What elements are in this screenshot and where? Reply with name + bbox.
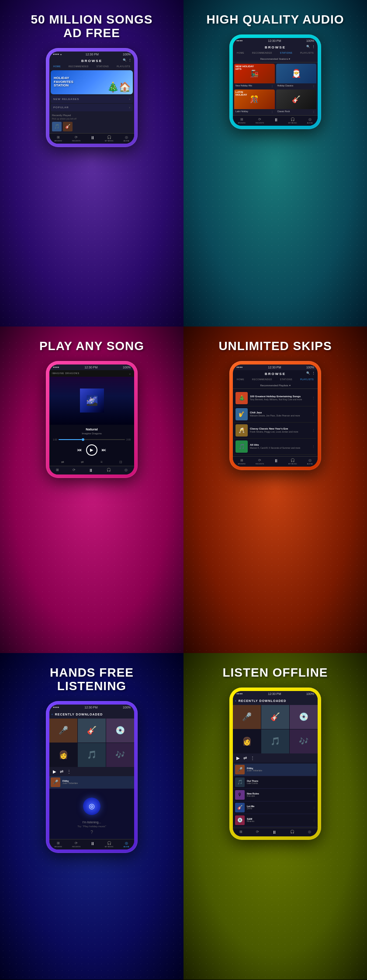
bottom-play-3[interactable]: ⏸ [89, 468, 93, 473]
bottom-alexa-2[interactable]: ◎ ALEXA [307, 117, 313, 124]
back-button-5[interactable]: ‹ [52, 712, 53, 716]
nav-stations-2[interactable]: STATIONS [280, 52, 292, 54]
bottom-browse-4[interactable]: ⊞ BROWSE [238, 458, 246, 465]
bottom-recents-2[interactable]: ⟳ RECENTS [256, 117, 264, 124]
bottom-browse-6[interactable]: ⊞ [239, 830, 242, 835]
track-more-sm-6[interactable]: ⋮ [313, 818, 315, 822]
mini-shuffle-5[interactable]: ⇌ [60, 769, 63, 774]
station-card-new-holiday[interactable]: 🚂 NEW HOLIDAYHITS New Holiday Hits ⋮ [234, 64, 275, 88]
header-icons-2[interactable]: 🔍 ⋮ [306, 45, 315, 48]
bottom-browse-3[interactable]: ⊞ [56, 468, 59, 473]
bottom-play-6[interactable]: ⏸ [272, 830, 277, 835]
station-card-classic-rock[interactable]: 🎸 Classic Rock ⋮ [276, 89, 317, 114]
track-more-out-there-6[interactable]: ⋮ [313, 781, 315, 784]
bottom-browse[interactable]: ⊞ BROWSE [54, 135, 62, 142]
prev-button[interactable]: ⏮ [77, 447, 82, 452]
bottom-play-2[interactable]: ⏸ [274, 117, 278, 124]
mini-more-6[interactable]: ⋮ [250, 756, 255, 760]
header-icons-1[interactable]: 🔍 ⋮ [123, 58, 132, 62]
search-icon-2[interactable]: 🔍 [306, 45, 310, 48]
next-button[interactable]: ⏭ [102, 447, 106, 452]
more-icon-4[interactable]: ⋮ [312, 371, 315, 375]
bottom-play-4[interactable]: ⏸ [274, 458, 278, 465]
play-button[interactable]: ▶ [86, 444, 97, 456]
track-more-filthy-6[interactable]: ⋮ [313, 768, 315, 771]
bottom-alexa-6[interactable]: ◎ [308, 830, 311, 835]
popular-row[interactable]: POPULAR › [51, 104, 133, 111]
bottom-mymusic[interactable]: 🎧 MY MUSIC [105, 135, 114, 142]
search-icon[interactable]: 🔍 [123, 58, 127, 62]
shuffle-icon[interactable]: ⇄ [61, 460, 64, 464]
bottom-recents-3[interactable]: ⟳ [73, 468, 76, 473]
mini-play-5[interactable]: ▶ [53, 769, 56, 774]
playlist-more-2[interactable]: ⋮ [312, 413, 315, 416]
holiday-banner[interactable]: HOLIDAYFAVORITESSTATION 🎄🏠 [51, 70, 133, 94]
nav-playlists[interactable]: PLAYLISTS [117, 65, 130, 68]
track-more-filthy-5[interactable]: ⋮ [130, 781, 133, 784]
bottom-recents-4[interactable]: ⟳ RECENTS [256, 458, 264, 465]
track-sm-6[interactable]: 💿 S&M Rihanna ⋮ [234, 814, 317, 827]
playlist-item-2[interactable]: 🎷 Chili Jazz Watsam Dearie, Joe Pass, Du… [234, 406, 316, 423]
nav-playlists-2[interactable]: PLAYLISTS [300, 52, 314, 54]
bottom-mymusic-3[interactable]: 🎧 [107, 468, 111, 473]
cast-icon[interactable]: ⊡ [119, 460, 122, 464]
nav-stations-4[interactable]: STATIONS [280, 378, 292, 381]
nav-rec-2[interactable]: RECOMMENDED [252, 52, 272, 54]
bottom-browse-5[interactable]: ⊞ BROWSE [54, 841, 62, 848]
back-button-6[interactable]: ‹ [235, 699, 236, 703]
playlist-more-4[interactable]: ⋮ [312, 445, 315, 448]
track-filthy-6[interactable]: 🎤 Filthy Justin Timberlake ⋮ [234, 763, 317, 776]
track-let-me-6[interactable]: 🎸 Let Me ZAYN ⋮ [234, 801, 317, 814]
bottom-alexa[interactable]: ◎ ALEXA [124, 135, 129, 142]
queue-icon[interactable]: ≡ [100, 460, 103, 464]
bottom-browse-2[interactable]: ⊞ BROWSE [238, 117, 246, 124]
nav-home[interactable]: HOME [53, 65, 61, 68]
nav-rec-4[interactable]: RECOMMENDED [252, 378, 272, 381]
more-icon-2[interactable]: ⋮ [312, 45, 315, 48]
nav-playlists-4[interactable]: PLAYLISTS [300, 378, 314, 381]
track-new-rules-6[interactable]: 🎙 New Rules Dua Lipa ⋮ [234, 789, 317, 801]
nav-home-2[interactable]: HOME [237, 52, 244, 54]
bottom-alexa-5[interactable]: ◎ ALEXA [124, 841, 129, 848]
progress-bar[interactable] [59, 439, 125, 440]
classic-rock-more[interactable]: ⋮ [312, 110, 315, 113]
nav-home-4[interactable]: HOME [237, 378, 244, 381]
repeat-icon[interactable]: ⇌ [81, 460, 84, 464]
nav-recommended[interactable]: RECOMMENDED [69, 65, 89, 68]
mini-play-6[interactable]: ▶ [236, 756, 240, 760]
bottom-alexa-3[interactable]: ◎ [125, 468, 128, 473]
track-out-there-6[interactable]: 🎵 Out There Luke Combs ⋮ [234, 776, 317, 789]
station-card-holiday-classics[interactable]: 🎅 Holiday Classics ⋮ [276, 64, 317, 88]
bottom-alexa-4[interactable]: ◎ ALEXA [307, 458, 313, 465]
minimize-icon[interactable]: ⌄ [128, 371, 132, 375]
bottom-mymusic-6[interactable]: 🎧 [290, 830, 294, 835]
bottom-mymusic-2[interactable]: 🎧 MY MUSIC [288, 117, 297, 124]
playlist-more-3[interactable]: ⋮ [312, 429, 315, 432]
search-icon-4[interactable]: 🔍 [306, 371, 310, 375]
bottom-mymusic-5[interactable]: 🎧 MY MUSIC [105, 841, 114, 848]
station-card-latin[interactable]: 🎊 LATINHOLIDAY Latin Holiday ⋮ [234, 89, 275, 114]
alexa-help-icon[interactable]: ? [90, 830, 93, 835]
latin-more[interactable]: ⋮ [271, 110, 274, 113]
playlist-item-1[interactable]: 🎄 100 Greatest Holiday Entertaining Song… [234, 390, 316, 406]
bottom-mymusic-4[interactable]: 🎧 MY MUSIC [288, 458, 297, 465]
more-icon[interactable]: ⋮ [128, 58, 132, 62]
header-icons-4[interactable]: 🔍 ⋮ [306, 371, 315, 375]
bottom-recents[interactable]: ⟳ RECENTS [72, 135, 80, 142]
holiday-classics-more[interactable]: ⋮ [312, 84, 315, 87]
new-releases-row[interactable]: NEW RELEASES › [51, 96, 133, 103]
playlist-item-4[interactable]: 🎵 All Hits Maroon 5, Cardi B, 5 Seconds … [234, 439, 316, 455]
nav-stations[interactable]: STATIONS [97, 65, 109, 68]
track-more-let-me-6[interactable]: ⋮ [313, 806, 315, 809]
playlist-item-3[interactable]: 🥂 Classy Classic New Year's Eve Frank Si… [234, 423, 316, 439]
playlist-more-1[interactable]: ⋮ [312, 396, 315, 400]
bottom-recents-5[interactable]: ⟳ RECENTS [72, 841, 80, 848]
track-more-new-rules-6[interactable]: ⋮ [313, 793, 315, 796]
mini-more-5[interactable]: ⋮ [67, 769, 71, 774]
bottom-play-5[interactable]: ⏸ [90, 841, 95, 848]
track-filthy-5[interactable]: 🎤 Filthy Justin Timberlake ⋮ [49, 776, 134, 789]
new-holiday-more[interactable]: ⋮ [271, 84, 274, 87]
bottom-play[interactable]: ⏸ [90, 135, 95, 142]
mini-shuffle-6[interactable]: ⇌ [243, 756, 247, 760]
bottom-recents-6[interactable]: ⟳ [256, 830, 259, 835]
